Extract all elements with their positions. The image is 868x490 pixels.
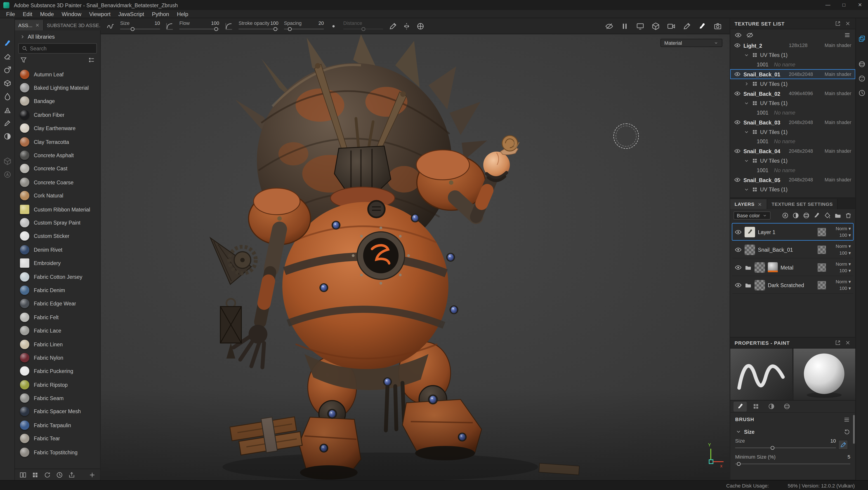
- tab-material[interactable]: [780, 401, 794, 412]
- visibility-icon[interactable]: [734, 176, 741, 183]
- visibility-icon[interactable]: [734, 71, 741, 77]
- close-tab-icon[interactable]: [35, 23, 39, 28]
- share-icon[interactable]: [858, 35, 866, 42]
- uv-tile-row[interactable]: 1001No name: [730, 165, 855, 175]
- tab-stencil[interactable]: [765, 401, 778, 412]
- close-panel-icon[interactable]: [845, 21, 851, 27]
- material-item[interactable]: Custom Sticker: [15, 230, 100, 243]
- flow-slider[interactable]: [179, 26, 219, 32]
- material-item[interactable]: Fabric Lace: [15, 324, 100, 337]
- layer-thumbnail[interactable]: [745, 244, 755, 255]
- uv-tile-row[interactable]: 1001No name: [730, 108, 855, 118]
- display-settings-icon[interactable]: [636, 22, 645, 30]
- uv-tiles-row[interactable]: UV Tiles (1): [730, 98, 855, 108]
- stroke-align-icon[interactable]: [329, 22, 338, 30]
- add-effect-icon[interactable]: [782, 212, 789, 219]
- texture-set-row[interactable]: Snail_Back_024096x4096Main shader: [730, 89, 855, 98]
- layer-row[interactable]: Dark ScratchedNorm ▾100 ▾: [732, 276, 854, 294]
- maximize-button[interactable]: □: [836, 0, 852, 10]
- layer-row[interactable]: MetalNorm ▾100 ▾: [732, 258, 854, 276]
- layer-thumbnail[interactable]: [754, 262, 765, 273]
- material-item[interactable]: Fabric Denim: [15, 284, 100, 297]
- pen-pressure-button[interactable]: [838, 440, 848, 450]
- paint-mode-icon[interactable]: [698, 22, 706, 30]
- layer-visibility-icon[interactable]: [735, 228, 742, 235]
- visibility-icon[interactable]: [734, 148, 741, 154]
- polygon-fill-tool-icon[interactable]: [3, 79, 11, 88]
- material-item[interactable]: Clay Earthenware: [15, 122, 100, 135]
- menu-viewport[interactable]: Viewport: [85, 11, 114, 17]
- visibility-icon[interactable]: [734, 90, 741, 97]
- material-item[interactable]: Fabric Ripstop: [15, 378, 100, 392]
- eraser-tool-icon[interactable]: [3, 53, 11, 61]
- sync-assets-icon[interactable]: [43, 471, 51, 478]
- texture-set-menu-icon[interactable]: [844, 31, 851, 38]
- channel-filter-select[interactable]: Base color: [734, 211, 770, 220]
- chevron-icon[interactable]: [743, 52, 749, 58]
- layer-opacity-select[interactable]: 100 ▾: [839, 286, 851, 291]
- layer-opacity-select[interactable]: 100 ▾: [839, 250, 851, 255]
- uv-tiles-row[interactable]: UV Tiles (1): [730, 127, 855, 137]
- menu-mode[interactable]: Mode: [36, 11, 58, 17]
- close-tab-icon[interactable]: [757, 202, 762, 207]
- material-item[interactable]: Embroidery: [15, 256, 100, 270]
- material-item[interactable]: Cork Natural: [15, 189, 100, 202]
- paint-tool-icon[interactable]: [3, 39, 11, 48]
- blend-mode-select[interactable]: Norm ▾: [836, 244, 851, 249]
- layer-opacity-select[interactable]: 100 ▾: [839, 268, 851, 273]
- texture-set-row[interactable]: Snail_Back_032048x2048Main shader: [730, 117, 855, 127]
- all-libraries-row[interactable]: All libraries: [15, 31, 100, 43]
- export-assets-icon[interactable]: [68, 471, 75, 478]
- layer-mask-thumbnail[interactable]: [817, 263, 826, 271]
- layer-visibility-icon[interactable]: [735, 281, 742, 289]
- material-item[interactable]: Bandage: [15, 94, 100, 108]
- properties-scrollbar[interactable]: [853, 415, 855, 444]
- spacing-slider[interactable]: [284, 26, 324, 32]
- layer-thumbnail[interactable]: [754, 280, 765, 290]
- thumbnail-view-icon[interactable]: [32, 471, 39, 478]
- layer-mask-thumbnail[interactable]: [817, 246, 826, 254]
- smudge-tool-icon[interactable]: [3, 92, 11, 101]
- add-smart-mask-icon[interactable]: [792, 212, 800, 219]
- add-paint-layer-icon[interactable]: [813, 212, 820, 219]
- filter-icon[interactable]: [20, 56, 27, 63]
- layer-row[interactable]: Layer 1Norm ▾100 ▾: [732, 223, 854, 240]
- uv-tiles-row[interactable]: UV Tiles (1): [730, 79, 855, 89]
- minimize-button[interactable]: —: [820, 0, 836, 10]
- tab-layers[interactable]: LAYERS: [730, 199, 767, 209]
- add-smart-material-icon[interactable]: [803, 212, 810, 219]
- chevron-icon[interactable]: [743, 100, 749, 106]
- tab-brush[interactable]: [734, 401, 747, 412]
- texture-set-row[interactable]: Snail_Back_012048x2048Main shader: [730, 69, 855, 79]
- viewport-3d[interactable]: Material Y x: [101, 34, 730, 480]
- material-item[interactable]: Fabric Cotton Jersey: [15, 270, 100, 284]
- show-all-sets-icon[interactable]: [735, 31, 742, 38]
- uv-tiles-row[interactable]: UV Tiles (1): [730, 156, 855, 166]
- material-item[interactable]: Fabric Edge Wear: [15, 297, 100, 311]
- hide-stroke-preview-icon[interactable]: [605, 22, 614, 30]
- material-item[interactable]: Carbon Fiber: [15, 108, 100, 122]
- material-item[interactable]: Fabric Nylon: [15, 351, 100, 364]
- material-item[interactable]: Custom Spray Paint: [15, 216, 100, 230]
- visibility-icon[interactable]: [734, 119, 741, 126]
- chevron-icon[interactable]: [743, 129, 749, 135]
- quick-mask-tool-icon[interactable]: [3, 132, 11, 140]
- material-item[interactable]: Fabric Tarpaulin: [15, 418, 100, 432]
- blend-mode-select[interactable]: Norm ▾: [836, 280, 851, 284]
- material-item[interactable]: Concrete Asphalt: [15, 149, 100, 162]
- geometry-mask-tool-icon[interactable]: [3, 157, 11, 166]
- close-button[interactable]: ✕: [852, 0, 868, 10]
- layer-mask-thumbnail[interactable]: [817, 281, 826, 289]
- solo-set-icon[interactable]: [746, 31, 753, 38]
- screenshot-icon[interactable]: [714, 22, 722, 30]
- reset-icon[interactable]: [844, 428, 850, 435]
- layer-opacity-select[interactable]: 100 ▾: [839, 233, 851, 237]
- uv-tiles-row[interactable]: UV Tiles (1): [730, 51, 855, 60]
- layer-row[interactable]: Snail_Back_01Norm ▾100 ▾: [732, 240, 854, 258]
- history-icon[interactable]: [858, 89, 866, 97]
- material-item[interactable]: Fabric Felt: [15, 311, 100, 324]
- layer-visibility-icon[interactable]: [735, 246, 742, 253]
- tab-alpha[interactable]: [749, 401, 762, 412]
- texture-set-row[interactable]: Snail_Back_052048x2048Main shader: [730, 175, 855, 185]
- material-item[interactable]: Fabric Topstitching: [15, 445, 100, 459]
